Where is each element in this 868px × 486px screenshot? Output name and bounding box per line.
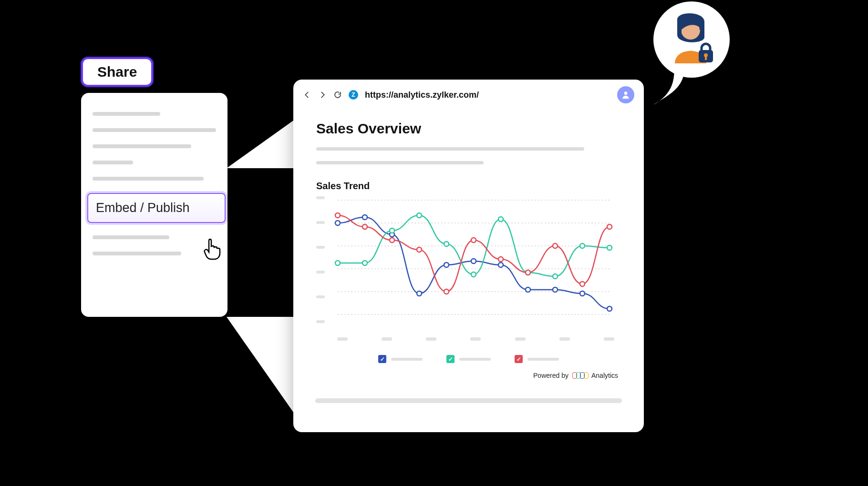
decoration (227, 121, 293, 168)
embedded-browser-window: Z https://analytics.zylker.com/ Sales Ov… (293, 80, 644, 432)
address-bar-url[interactable]: https://analytics.zylker.com/ (365, 90, 479, 100)
legend-label-placeholder (459, 358, 491, 361)
secure-user-callout (653, 1, 730, 78)
horizontal-scrollbar[interactable] (315, 398, 622, 403)
legend-item[interactable]: ✓ (515, 355, 559, 363)
menu-item-placeholder[interactable] (93, 252, 181, 255)
svg-point-35 (498, 257, 503, 262)
svg-point-28 (607, 245, 612, 250)
svg-rect-44 (705, 56, 707, 60)
text-placeholder (316, 147, 584, 151)
forward-icon[interactable] (318, 91, 327, 99)
svg-point-34 (471, 238, 476, 243)
svg-point-10 (417, 291, 422, 296)
site-favicon: Z (349, 90, 358, 100)
menu-item-placeholder[interactable] (93, 112, 160, 116)
svg-point-17 (607, 306, 612, 311)
svg-point-26 (553, 274, 558, 279)
back-icon[interactable] (303, 91, 311, 99)
svg-point-31 (390, 238, 394, 243)
svg-point-38 (580, 282, 585, 286)
user-icon (621, 90, 630, 100)
share-menu-panel: Embed / Publish (81, 93, 227, 317)
sales-trend-chart (316, 196, 614, 334)
svg-point-27 (580, 243, 585, 248)
svg-rect-41 (679, 28, 682, 34)
chart-legend: ✓ ✓ ✓ (316, 355, 621, 363)
legend-label-placeholder (527, 358, 559, 361)
decoration (227, 317, 293, 412)
page-title: Sales Overview (316, 121, 621, 137)
legend-checkbox[interactable]: ✓ (378, 355, 386, 363)
menu-item-placeholder[interactable] (93, 235, 169, 239)
share-button[interactable]: Share (81, 57, 153, 87)
chart-title: Sales Trend (316, 181, 621, 192)
user-with-lock-icon (665, 11, 718, 68)
legend-checkbox[interactable]: ✓ (515, 355, 523, 363)
x-axis-ticks (316, 337, 621, 341)
svg-point-24 (498, 217, 503, 222)
svg-point-21 (417, 213, 422, 218)
menu-item-placeholder[interactable] (93, 128, 216, 132)
svg-point-32 (417, 247, 422, 252)
svg-point-36 (526, 270, 530, 275)
browser-toolbar: Z https://analytics.zylker.com/ (293, 80, 644, 108)
svg-point-30 (362, 224, 367, 229)
zoho-logo-icon (572, 372, 588, 379)
svg-point-18 (335, 261, 340, 265)
pointer-cursor-icon (203, 237, 224, 261)
svg-point-14 (526, 287, 530, 292)
svg-point-20 (390, 228, 394, 233)
menu-item-placeholder[interactable] (93, 144, 191, 148)
legend-checkbox[interactable]: ✓ (446, 355, 455, 363)
legend-label-placeholder (391, 358, 423, 361)
reload-icon[interactable] (333, 91, 342, 99)
svg-point-29 (335, 213, 340, 218)
svg-point-33 (444, 289, 449, 294)
text-placeholder (316, 161, 484, 164)
svg-point-8 (362, 215, 367, 220)
svg-point-11 (444, 263, 449, 267)
svg-point-16 (580, 291, 585, 296)
profile-avatar-button[interactable] (617, 86, 634, 103)
svg-point-7 (335, 221, 340, 225)
svg-point-23 (471, 272, 476, 277)
svg-point-0 (624, 91, 628, 95)
menu-item-placeholder[interactable] (93, 177, 204, 181)
legend-item[interactable]: ✓ (378, 355, 423, 363)
svg-point-37 (553, 243, 558, 248)
svg-point-39 (607, 224, 612, 229)
svg-point-15 (553, 287, 558, 292)
svg-point-19 (362, 261, 367, 265)
svg-point-22 (444, 242, 449, 246)
y-axis-ticks (316, 196, 331, 323)
powered-by-footer: Powered by Analytics (316, 372, 621, 379)
svg-point-12 (471, 259, 476, 263)
menu-item-placeholder[interactable] (93, 161, 133, 164)
svg-point-13 (498, 263, 503, 267)
menu-item-embed-publish[interactable]: Embed / Publish (87, 193, 226, 223)
legend-item[interactable]: ✓ (446, 355, 491, 363)
